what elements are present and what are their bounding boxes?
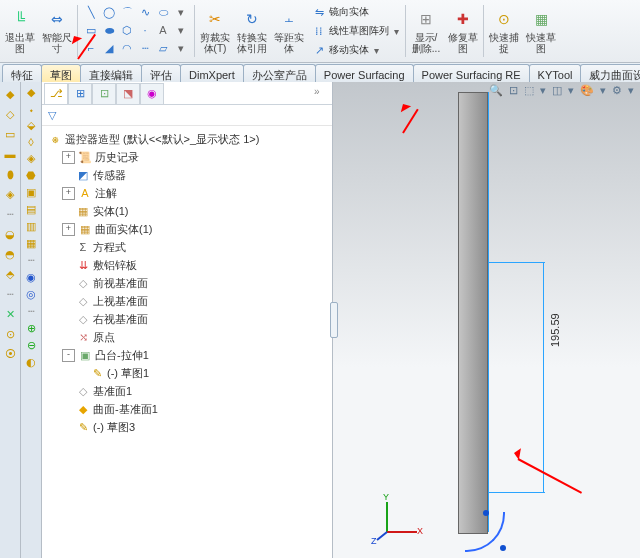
tool-icon[interactable]: ⦿ [2, 346, 18, 362]
tool-icon[interactable]: ◈ [27, 152, 35, 165]
tool-icon[interactable]: ▦ [26, 237, 36, 250]
tool-icon[interactable]: ⬣ [26, 169, 36, 182]
tool-icon[interactable]: ▤ [26, 203, 36, 216]
tree-node[interactable]: ⇊敷铝锌板 [44, 256, 330, 274]
polygon-tool-icon[interactable]: ⬡ [119, 22, 135, 38]
settings-icon[interactable]: ⚙ [612, 84, 622, 97]
text-tool-icon[interactable]: A [155, 22, 171, 38]
dropdown-icon[interactable]: ▾ [173, 40, 189, 56]
tool-icon[interactable]: ◓ [2, 246, 18, 262]
tree-node[interactable]: Σ方程式 [44, 238, 330, 256]
circle-tool-icon[interactable]: ◯ [101, 4, 117, 20]
tool-icon[interactable]: ▭ [2, 126, 18, 142]
tree-root[interactable]: ⎈ 遥控器造型 (默认<<默认>_显示状态 1>) [44, 130, 330, 148]
tool-icon[interactable]: ◆ [2, 86, 18, 102]
tree-expand-toggle[interactable]: + [62, 187, 75, 200]
tool-icon[interactable]: ◐ [26, 356, 36, 369]
quick-snap-button[interactable]: ⊙ 快速捕捉 [486, 1, 522, 61]
tree-node[interactable]: ◇上视基准面 [44, 292, 330, 310]
ellipse-tool-icon[interactable]: ⬭ [155, 4, 171, 20]
chamfer-tool-icon[interactable]: ◢ [101, 40, 117, 56]
tree-node[interactable]: -▣凸台-拉伸1 [44, 346, 330, 364]
plane-tool-icon[interactable]: ▱ [155, 40, 171, 56]
feature-tree-tab[interactable]: ⎇ [44, 83, 68, 104]
zoom-area-icon[interactable]: ⊡ [509, 84, 518, 97]
tool-icon[interactable]: ⬩ [28, 103, 35, 115]
dropdown-icon[interactable]: ▾ [374, 45, 379, 56]
move-entities-button[interactable]: ↗移动实体▾ [310, 41, 401, 59]
show-delete-button[interactable]: ⊞ 显示/删除... [408, 1, 444, 61]
centerline-tool-icon[interactable]: ┄ [137, 40, 153, 56]
tool-icon[interactable]: ⬮ [2, 166, 18, 182]
mirror-entities-button[interactable]: ⇋镜向实体 [310, 3, 401, 21]
panel-collapse-icon[interactable]: » [314, 86, 328, 100]
rect-tool-icon[interactable]: ▭ [83, 22, 99, 38]
tool-icon[interactable]: ◉ [26, 271, 36, 284]
tool-icon[interactable]: ⬙ [27, 119, 35, 132]
tree-node[interactable]: ◩传感器 [44, 166, 330, 184]
tool-icon[interactable]: ┄ [2, 286, 18, 302]
config-manager-tab[interactable]: ⊡ [92, 83, 116, 104]
tree-expand-toggle[interactable]: - [62, 349, 75, 362]
linear-pattern-button[interactable]: ⁞⁞线性草图阵列▾ [310, 22, 401, 40]
panel-splitter-handle[interactable] [330, 302, 338, 338]
tool-icon[interactable]: ┄ [28, 254, 35, 267]
spline-tool-icon[interactable]: ∿ [137, 4, 153, 20]
zoom-fit-icon[interactable]: 🔍 [489, 84, 503, 97]
offset-entities-button[interactable]: ⫠ 等距实体 [271, 1, 307, 61]
scene-icon[interactable]: ▾ [568, 84, 574, 97]
tool-icon[interactable]: ◆ [27, 86, 35, 99]
dimension-value[interactable]: 195.59 [549, 313, 561, 347]
tool-icon[interactable]: ⊙ [2, 326, 18, 342]
tool-icon[interactable]: ✕ [2, 306, 18, 322]
dropdown-icon[interactable]: ▾ [394, 26, 399, 37]
tool-icon[interactable]: ⊕ [27, 322, 36, 335]
tree-node[interactable]: +A注解 [44, 184, 330, 202]
tool-icon[interactable]: ⬘ [2, 266, 18, 282]
graphics-viewport[interactable]: 🔍 ⊡ ⬚ ▾ ◫ ▾ 🎨 ▾ ⚙ ▾ 195.59 [333, 82, 640, 558]
point-tool-icon[interactable]: · [137, 22, 153, 38]
property-manager-tab[interactable]: ⊞ [68, 83, 92, 104]
tool-icon[interactable]: ┄ [28, 305, 35, 318]
convert-entities-button[interactable]: ↻ 转换实体引用 [234, 1, 270, 61]
rapid-sketch-button[interactable]: ▦ 快速草图 [523, 1, 559, 61]
tool-icon[interactable]: ▥ [26, 220, 36, 233]
tool-icon[interactable]: ▣ [26, 186, 36, 199]
filter-bar[interactable]: ▽ [42, 105, 332, 126]
dimxpert-tab[interactable]: ⬔ [116, 83, 140, 104]
tree-node[interactable]: +📜历史记录 [44, 148, 330, 166]
dropdown-icon[interactable]: ▾ [173, 22, 189, 38]
tool-icon[interactable]: ◇ [2, 106, 18, 122]
tool-icon[interactable]: ◈ [2, 186, 18, 202]
partial-ellipse-icon[interactable]: ◠ [119, 40, 135, 56]
tree-node[interactable]: ▦实体(1) [44, 202, 330, 220]
tree-node[interactable]: ⤭原点 [44, 328, 330, 346]
tool-icon[interactable]: ◎ [26, 288, 36, 301]
exit-sketch-button[interactable]: ╚ 退出草图 [2, 1, 38, 61]
view-orientation-icon[interactable]: ⬚ [524, 84, 534, 97]
camera-icon[interactable]: ▾ [600, 84, 606, 97]
trim-button[interactable]: ✂ 剪裁实体(T) [197, 1, 233, 61]
appearance-icon[interactable]: 🎨 [580, 84, 594, 97]
tree-node[interactable]: ◆曲面-基准面1 [44, 400, 330, 418]
tree-expand-toggle[interactable]: + [62, 223, 75, 236]
tree-node[interactable]: ◇基准面1 [44, 382, 330, 400]
tree-node[interactable]: ◇前视基准面 [44, 274, 330, 292]
dropdown-icon[interactable]: ▾ [173, 4, 189, 20]
slot-tool-icon[interactable]: ⬬ [101, 22, 117, 38]
tool-icon[interactable]: ◒ [2, 226, 18, 242]
more-icon[interactable]: ▾ [628, 84, 634, 97]
arc-tool-icon[interactable]: ⌒ [119, 4, 135, 20]
section-view-icon[interactable]: ◫ [552, 84, 562, 97]
sketch-arc[interactable] [465, 512, 505, 552]
sketch-endpoint[interactable] [483, 510, 489, 516]
tree-expand-toggle[interactable]: + [62, 151, 75, 164]
display-style-icon[interactable]: ▾ [540, 84, 546, 97]
tree-node[interactable]: ✎(-) 草图1 [44, 364, 330, 382]
tool-icon[interactable]: ▬ [2, 146, 18, 162]
tool-icon[interactable]: ⊖ [27, 339, 36, 352]
display-manager-tab[interactable]: ◉ [140, 83, 164, 104]
tree-node[interactable]: +▦曲面实体(1) [44, 220, 330, 238]
tool-icon[interactable]: ◊ [28, 136, 33, 148]
sketch-endpoint[interactable] [500, 545, 506, 551]
